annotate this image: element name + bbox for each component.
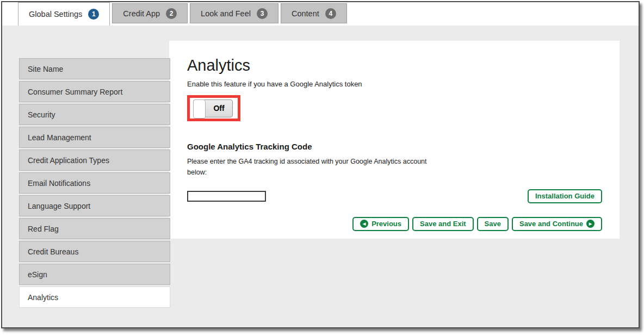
tab-look-and-feel[interactable]: Look and Feel 3	[190, 3, 278, 23]
button-label: Previous	[371, 220, 401, 228]
tab-label: Credit App	[123, 9, 160, 18]
sidebar-item-analytics[interactable]: Analytics	[19, 287, 170, 308]
analytics-toggle[interactable]: Off	[193, 99, 233, 117]
sidebar-item-consumer-summary-report[interactable]: Consumer Summary Report	[19, 81, 170, 102]
step-badge: 3	[257, 8, 268, 19]
toggle-state-label: Off	[206, 100, 232, 117]
content-panel: Analytics Enable this feature if you hav…	[169, 41, 620, 239]
page-title: Analytics	[187, 56, 602, 75]
sidebar-item-lead-management[interactable]: Lead Management	[19, 127, 170, 148]
button-label: Save and Exit	[420, 220, 466, 228]
button-label: Installation Guide	[535, 192, 595, 200]
previous-arrow-icon: ◀	[360, 220, 368, 228]
save-and-exit-button[interactable]: Save and Exit	[412, 217, 474, 231]
sidebar-item-email-notifications[interactable]: Email Notifications	[19, 172, 170, 194]
annotation-highlight-box: Off	[187, 95, 240, 121]
tracking-code-help-text: Please enter the GA4 tracking id associa…	[187, 156, 432, 178]
sidebar-item-label: Email Notifications	[28, 179, 90, 188]
sidebar-item-label: Language Support	[28, 202, 90, 210]
tab-content[interactable]: Content 4	[281, 3, 347, 23]
sidebar-item-language-support[interactable]: Language Support	[19, 195, 170, 216]
sidebar-item-label: eSign	[28, 270, 47, 279]
sidebar-item-red-flag[interactable]: Red Flag	[19, 218, 170, 239]
sidebar-item-credit-bureaus[interactable]: Credit Bureaus	[19, 241, 170, 262]
toggle-knob[interactable]	[193, 99, 206, 119]
tab-label: Look and Feel	[201, 9, 251, 18]
save-button[interactable]: Save	[477, 217, 509, 231]
sidebar-item-label: Red Flag	[28, 225, 59, 233]
button-label: Save	[485, 220, 501, 228]
installation-guide-button[interactable]: Installation Guide	[528, 189, 602, 203]
sidebar-item-label: Credit Application Types	[28, 156, 109, 165]
sidebar-item-label: Consumer Summary Report	[28, 88, 122, 96]
sidebar-item-label: Security	[28, 110, 55, 119]
form-actions: ◀ Previous Save and Exit Save Save and C…	[187, 217, 602, 231]
page-subtitle: Enable this feature if you have a Google…	[187, 80, 602, 88]
sidebar-item-esign[interactable]: eSign	[19, 264, 170, 285]
tab-global-settings[interactable]: Global Settings 1	[18, 2, 110, 26]
sidebar-item-label: Lead Management	[28, 133, 91, 142]
tracking-input-row: Installation Guide	[187, 189, 602, 203]
tab-label: Global Settings	[29, 10, 82, 18]
sidebar-item-site-name[interactable]: Site Name	[19, 58, 170, 79]
wizard-tab-bar: Global Settings 1 Credit App 2 Look and …	[2, 2, 639, 26]
step-badge: 1	[88, 9, 99, 20]
tab-label: Content	[292, 9, 319, 18]
sidebar-item-credit-application-types[interactable]: Credit Application Types	[19, 150, 170, 171]
sidebar-item-label: Analytics	[28, 293, 58, 302]
sidebar-item-label: Site Name	[28, 65, 63, 73]
settings-sidebar: Site Name Consumer Summary Report Securi…	[19, 58, 170, 309]
step-badge: 2	[166, 8, 177, 19]
button-label: Save and Continue	[519, 220, 583, 228]
tracking-code-input[interactable]	[187, 191, 266, 202]
tab-credit-app[interactable]: Credit App 2	[112, 3, 188, 23]
step-badge: 4	[325, 8, 336, 19]
save-and-continue-button[interactable]: Save and Continue ▶	[512, 217, 602, 231]
sidebar-item-security[interactable]: Security	[19, 104, 170, 125]
previous-button[interactable]: ◀ Previous	[352, 217, 409, 231]
continue-arrow-icon: ▶	[586, 220, 595, 228]
sidebar-item-label: Credit Bureaus	[28, 247, 78, 256]
tracking-code-heading: Google Analytics Tracking Code	[187, 142, 602, 151]
settings-window: Global Settings 1 Credit App 2 Look and …	[1, 1, 640, 328]
